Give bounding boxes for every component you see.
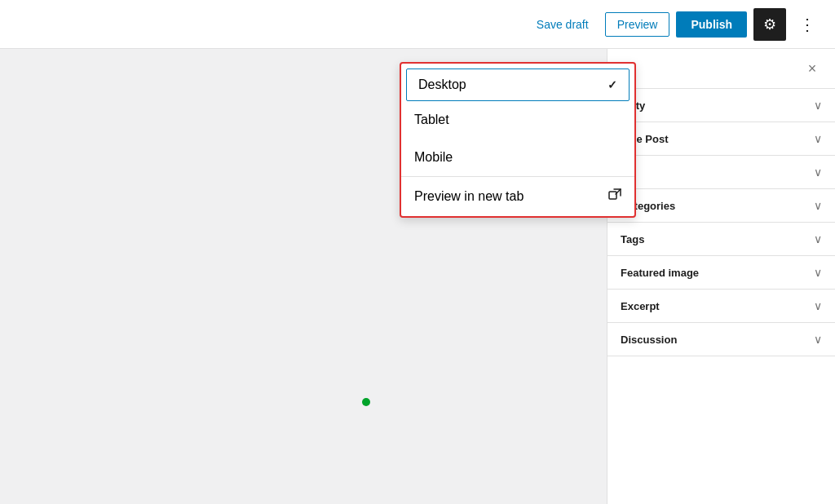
dropdown-item-tablet[interactable]: Tablet [401, 101, 634, 139]
dropdown-desktop-wrapper: Desktop ✓ [401, 64, 634, 101]
more-options-button[interactable]: ⋮ [793, 10, 822, 39]
chevron-down-icon: ∨ [814, 299, 822, 312]
settings-button[interactable]: ⚙ [753, 8, 786, 41]
sidebar-item-featured-image[interactable]: Featured image ∨ [607, 256, 835, 290]
sidebar-featured-image-label: Featured image [621, 267, 699, 279]
sidebar-tags-label: Tags [621, 233, 644, 245]
dropdown-desktop-label: Desktop [418, 77, 466, 92]
external-link-icon [608, 188, 621, 205]
sidebar-item-discussion[interactable]: Discussion ∨ [607, 323, 835, 356]
sidebar-discussion-label: Discussion [621, 334, 677, 346]
header-actions: Save draft Preview Publish ⚙ ⋮ [527, 8, 822, 41]
chevron-down-icon: ∨ [814, 266, 822, 279]
chevron-down-icon: ∨ [814, 132, 822, 145]
save-draft-button[interactable]: Save draft [527, 13, 599, 36]
settings-icon: ⚙ [763, 15, 776, 33]
sidebar-item-visibility[interactable]: bility ∨ [607, 89, 835, 122]
sidebar-header: ck × [607, 49, 835, 89]
dropdown-mobile-label: Mobile [414, 150, 453, 165]
preview-new-tab-label: Preview in new tab [414, 189, 524, 204]
chevron-down-icon: ∨ [814, 166, 822, 179]
chevron-down-icon: ∨ [814, 232, 822, 245]
svg-rect-0 [609, 192, 616, 199]
dropdown-item-preview-new-tab[interactable]: Preview in new tab [401, 176, 634, 216]
more-icon: ⋮ [799, 15, 815, 33]
sidebar-close-button[interactable]: × [802, 59, 822, 78]
chevron-down-icon: ∨ [814, 99, 822, 112]
close-icon: × [808, 60, 817, 77]
preview-dropdown: Desktop ✓ Tablet Mobile Preview in new t… [400, 62, 636, 218]
preview-dropdown-overlay: Desktop ✓ Tablet Mobile Preview in new t… [400, 62, 636, 218]
sidebar-item-excerpt[interactable]: Excerpt ∨ [607, 290, 835, 323]
sidebar-item-tags[interactable]: Tags ∨ [607, 223, 835, 256]
sidebar-item-unnamed[interactable]: ∨ [607, 156, 835, 189]
header: Save draft Preview Publish ⚙ ⋮ [0, 0, 835, 49]
sidebar-excerpt-label: Excerpt [621, 300, 660, 312]
chevron-down-icon: ∨ [814, 333, 822, 346]
sidebar: ck × bility ∨ ngle Post ∨ ∨ Categories ∨… [607, 49, 835, 504]
publish-button[interactable]: Publish [676, 11, 747, 38]
check-icon: ✓ [607, 78, 617, 91]
chevron-down-icon: ∨ [814, 199, 822, 212]
dropdown-item-mobile[interactable]: Mobile [401, 139, 634, 176]
sidebar-item-single-post[interactable]: ngle Post ∨ [607, 122, 835, 156]
sidebar-item-categories[interactable]: Categories ∨ [607, 189, 835, 223]
status-indicator [362, 398, 370, 406]
dropdown-item-desktop[interactable]: Desktop ✓ [406, 69, 630, 101]
dropdown-tablet-label: Tablet [414, 113, 449, 127]
preview-button[interactable]: Preview [605, 12, 670, 37]
